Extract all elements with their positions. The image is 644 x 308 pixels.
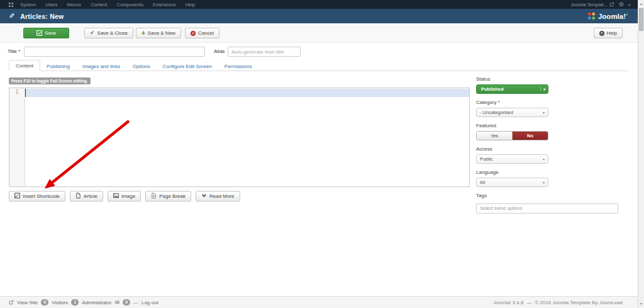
view-site-icon — [9, 300, 14, 305]
visitors-label: Visitors — [52, 300, 68, 305]
tags-input[interactable] — [476, 203, 618, 214]
featured-label: Featured — [476, 123, 619, 128]
editor-text-area[interactable] — [25, 88, 469, 186]
caret-down-icon: ▾ — [543, 110, 548, 115]
image-button[interactable]: Image — [108, 191, 141, 202]
tab-permissions[interactable]: Permissions — [218, 61, 258, 71]
save-new-label: Save & New — [148, 30, 175, 36]
joomla-icon — [8, 2, 14, 8]
pencil-icon: ✎ — [9, 12, 14, 20]
copyright-text: © 2016 Joomla Template By JoomLead — [535, 300, 623, 305]
tags-label: Tags — [476, 193, 619, 198]
code-editor[interactable]: 1 — [9, 88, 470, 187]
help-button[interactable]: ? Help — [594, 28, 623, 38]
access-value: Public — [477, 156, 543, 162]
mail-icon: ✉ — [114, 299, 119, 305]
shortcode-icon — [14, 193, 20, 200]
cancel-icon: ✕ — [191, 31, 196, 36]
toolbar: Save ✔ Save & Close + Save & New ✕ Cance… — [0, 23, 638, 43]
admin-status-bar: View Site 0 Visitors 1 Administrator ✉ 0… — [0, 296, 638, 308]
save-close-button[interactable]: ✔ Save & Close — [84, 28, 133, 38]
separator: — — [526, 300, 531, 305]
pagebreak-icon — [151, 193, 157, 200]
featured-yes-button[interactable]: Yes — [477, 132, 513, 140]
view-site-link[interactable]: View Site — [17, 300, 38, 305]
caret-down-icon: ▾ — [540, 87, 548, 91]
menu-item-help[interactable]: Help — [186, 2, 195, 8]
check-square-icon — [36, 30, 42, 36]
status-label: Status — [476, 76, 619, 82]
gear-icon[interactable]: ⚙ — [619, 2, 624, 8]
tab-publishing[interactable]: Publishing — [40, 61, 76, 71]
title-alias-row: Title * Alias — [0, 45, 638, 58]
menu-item-extensions[interactable]: Extensions — [153, 2, 176, 8]
logout-link[interactable]: Log out — [142, 300, 158, 305]
category-select[interactable]: - Uncategorised ▾ — [476, 108, 548, 117]
save-label: Save — [45, 30, 56, 36]
category-value: - Uncategorised — [477, 110, 543, 115]
readmore-icon — [201, 193, 207, 200]
page-header: ✎ Articles: New Joomla!® — [0, 9, 638, 23]
save-new-button[interactable]: + Save & New — [136, 28, 181, 38]
menu-item-system[interactable]: System — [20, 2, 36, 8]
tab-options[interactable]: Options — [126, 61, 157, 71]
tab-configure-edit-screen[interactable]: Configure Edit Screen — [157, 61, 218, 71]
page-break-button[interactable]: Page Break — [145, 191, 191, 202]
admin-count-badge: 1 — [71, 299, 79, 305]
menu-item-users[interactable]: Users — [45, 2, 58, 8]
editor-gutter: 1 — [9, 88, 25, 186]
image-icon — [113, 193, 119, 200]
featured-toggle: Yes No — [476, 131, 548, 140]
template-preview-link[interactable]: Joomla Templat... — [570, 2, 614, 8]
editor-button-row: Insert ShortcodeArticleImagePage BreakRe… — [9, 191, 240, 202]
cancel-button[interactable]: ✕ Cancel — [185, 28, 219, 38]
menu-item-content[interactable]: Content — [91, 2, 107, 8]
check-icon: ✔ — [90, 30, 95, 36]
admin-menubar: SystemUsersMenusContentComponentsExtensi… — [0, 0, 638, 9]
tab-content[interactable]: Content — [9, 60, 40, 71]
tab-images-and-links[interactable]: Images and links — [76, 61, 126, 71]
help-label: Help — [607, 30, 617, 36]
insert-shortcode-button[interactable]: Insert Shortcode — [9, 191, 65, 202]
vertical-scrollbar[interactable]: ▲ ▼ — [638, 0, 644, 308]
language-label: Language — [476, 169, 619, 175]
visitors-count-badge: 0 — [41, 299, 48, 305]
insert-shortcode-label: Insert Shortcode — [23, 193, 60, 199]
caret-down-icon: ▾ — [543, 180, 548, 185]
save-button[interactable]: Save — [23, 28, 69, 38]
article-settings-sidebar: Status Published ▾ Category * - Uncatego… — [476, 76, 619, 214]
caret-down-icon[interactable]: ▾ — [628, 3, 630, 7]
tab-bar: ContentPublishingImages and linksOptions… — [9, 61, 629, 71]
scroll-up-icon[interactable]: ▲ — [638, 0, 644, 8]
external-link-icon — [609, 2, 614, 7]
template-link-label: Joomla Templat... — [570, 2, 608, 8]
featured-no-button[interactable]: No — [513, 132, 548, 140]
category-label: Category * — [476, 100, 619, 105]
read-more-button[interactable]: Read More — [196, 191, 240, 202]
joomla-logo: Joomla!® — [587, 12, 628, 20]
joomla-logo-text: Joomla! — [598, 13, 626, 20]
menu-item-components[interactable]: Components — [116, 2, 143, 8]
article-button[interactable]: Article — [70, 191, 103, 202]
language-value: All — [477, 180, 543, 185]
cancel-label: Cancel — [198, 30, 214, 36]
alias-label: Alias — [214, 48, 225, 54]
alias-input[interactable] — [228, 47, 301, 57]
scrollbar-thumb[interactable] — [639, 8, 643, 31]
read-more-label: Read More — [209, 193, 235, 199]
joomla-version: Joomla! 3.4.8 — [493, 300, 523, 305]
image-label: Image — [121, 193, 135, 199]
editor-active-line — [25, 89, 469, 97]
status-dropdown[interactable]: Published ▾ — [476, 84, 548, 94]
access-select[interactable]: Public ▾ — [476, 154, 548, 164]
title-input[interactable] — [24, 47, 205, 57]
status-value: Published — [477, 86, 540, 92]
line-number: 1 — [9, 89, 25, 95]
plus-icon: + — [142, 30, 145, 36]
caret-down-icon: ▾ — [543, 157, 548, 161]
menu-item-menus[interactable]: Menus — [67, 2, 82, 8]
language-select[interactable]: All ▾ — [476, 178, 548, 187]
fullscreen-hint-badge: Press F10 to toggle Full Screen editing. — [9, 77, 91, 84]
scroll-down-icon[interactable]: ▼ — [638, 300, 644, 307]
page-title: Articles: New — [20, 13, 64, 20]
